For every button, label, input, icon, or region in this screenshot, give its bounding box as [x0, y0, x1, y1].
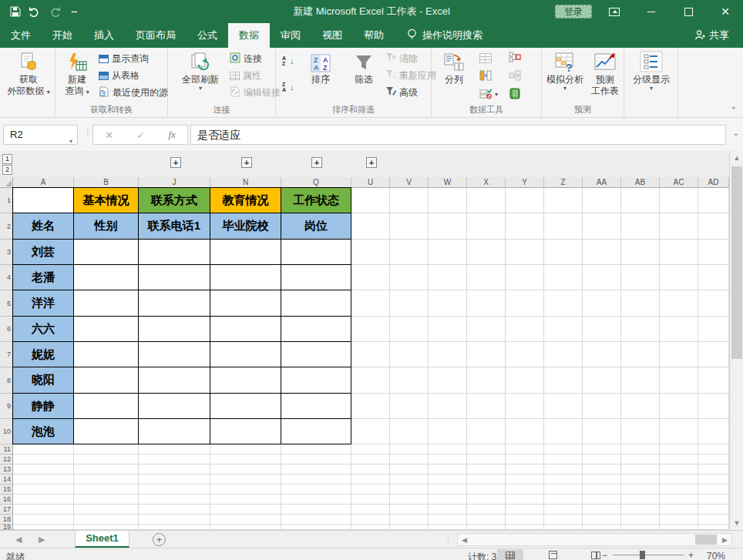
row-header-5[interactable]: 5 [0, 290, 13, 317]
name-box[interactable]: R2 ▾ [3, 125, 78, 145]
cell[interactable] [281, 239, 351, 265]
cell[interactable] [73, 418, 139, 444]
share-button[interactable]: 共享 [694, 23, 729, 48]
show-queries-button[interactable]: 显示查询 [99, 52, 149, 65]
manage-data-model-button[interactable] [509, 88, 521, 102]
cell[interactable]: 静静 [12, 393, 74, 419]
text-to-columns-button[interactable]: 分列 [436, 49, 472, 86]
insert-function-icon[interactable]: fx [168, 129, 175, 141]
expand-group-icon[interactable]: + [366, 157, 377, 168]
zoom-percentage[interactable]: 70% [707, 551, 725, 560]
cell[interactable] [210, 316, 281, 342]
sheet-nav-right-icon[interactable]: ▶ [39, 531, 45, 548]
tab-data[interactable]: 数据 [228, 23, 270, 48]
advanced-filter-button[interactable]: 高级 [385, 86, 418, 99]
cell[interactable] [73, 264, 139, 290]
cell[interactable]: 基本情况 [73, 187, 139, 213]
scroll-right-icon[interactable]: ▶ [718, 534, 731, 545]
row-header-6[interactable]: 6 [0, 317, 13, 342]
outline-button[interactable]: 分级显示 ▾ [630, 49, 673, 92]
row-header-13[interactable]: 13 [0, 464, 13, 474]
cell[interactable] [210, 393, 281, 419]
refresh-all-button[interactable]: 全部刷新 ▾ [179, 49, 222, 92]
normal-view-icon[interactable] [497, 549, 523, 560]
sheet-tab[interactable]: Sheet1 [75, 531, 129, 548]
cell[interactable]: 联系方式 [138, 187, 210, 213]
column-header-N[interactable]: N [210, 177, 281, 188]
scroll-up-icon[interactable]: ▲ [730, 151, 743, 165]
from-table-button[interactable]: 从表格 [99, 69, 140, 82]
row-header-1[interactable]: 1 [0, 188, 13, 213]
row-header-15[interactable]: 15 [0, 485, 13, 495]
row-header-9[interactable]: 9 [0, 394, 13, 419]
sort-ascending-button[interactable]: AZ↓ [282, 54, 294, 68]
tab-page-layout[interactable]: 页面布局 [125, 23, 187, 48]
zoom-slider-thumb[interactable] [640, 551, 645, 559]
horizontal-scrollbar[interactable]: ◀ ▶ [457, 533, 732, 546]
row-header-19[interactable]: 19 [0, 525, 13, 530]
tab-view[interactable]: 视图 [311, 23, 353, 48]
outline-level-2-button[interactable]: 2 [2, 165, 12, 175]
cell[interactable]: 刘芸 [12, 239, 74, 265]
vertical-scrollbar[interactable]: ▲ ▼ [729, 151, 743, 530]
cell[interactable]: 教育情况 [210, 187, 281, 213]
cell[interactable] [281, 290, 351, 317]
cell[interactable] [73, 367, 139, 394]
ribbon-display-options-icon[interactable] [597, 0, 632, 23]
cell[interactable]: 毕业院校 [210, 213, 281, 240]
cell[interactable] [138, 264, 210, 290]
cell[interactable] [73, 393, 139, 419]
recent-sources-button[interactable]: 最近使用的源 [99, 86, 168, 99]
cell[interactable]: 老潘 [12, 264, 74, 290]
column-header-A[interactable]: A [13, 177, 74, 188]
cell[interactable] [73, 290, 139, 317]
what-if-analysis-button[interactable]: ? 模拟分析 ▾ [543, 49, 587, 92]
cell[interactable] [210, 367, 281, 394]
column-header-AC[interactable]: AC [660, 177, 698, 188]
cancel-icon[interactable]: ✕ [105, 129, 113, 141]
row-header-3[interactable]: 3 [0, 240, 13, 265]
zoom-slider[interactable] [613, 555, 684, 555]
row-header-10[interactable]: 10 [0, 419, 13, 444]
expand-group-icon[interactable]: + [241, 157, 252, 168]
tab-insert[interactable]: 插入 [83, 23, 125, 48]
row-header-17[interactable]: 17 [0, 505, 13, 515]
row-header-11[interactable]: 11 [0, 444, 13, 454]
column-header-Q[interactable]: Q [281, 177, 351, 188]
vertical-scroll-thumb[interactable] [731, 166, 742, 359]
cell[interactable] [73, 316, 139, 342]
formula-input[interactable]: 是否适应 [190, 125, 726, 145]
close-icon[interactable]: ✕ [708, 0, 743, 23]
data-validation-button[interactable]: ▾ [479, 88, 498, 102]
zoom-in-icon[interactable]: + [688, 550, 694, 560]
cell[interactable] [281, 418, 351, 444]
cell[interactable] [138, 316, 210, 342]
horizontal-scroll-thumb[interactable] [695, 535, 717, 545]
cell[interactable] [281, 264, 351, 290]
column-header-B[interactable]: B [74, 177, 139, 188]
column-header-X[interactable]: X [467, 177, 506, 188]
expand-group-icon[interactable]: + [311, 157, 322, 168]
tab-help[interactable]: 帮助 [353, 23, 395, 48]
cell[interactable]: 六六 [12, 316, 74, 342]
cell[interactable] [138, 239, 210, 265]
cell[interactable]: 性别 [73, 213, 139, 240]
filter-button[interactable]: 筛选 [345, 49, 382, 86]
row-header-2[interactable]: 2 [0, 213, 13, 240]
cell[interactable] [73, 239, 139, 265]
column-header-V[interactable]: V [390, 177, 429, 188]
sort-button[interactable]: ZAAZ 排序 [302, 49, 339, 86]
column-header-AD[interactable]: AD [698, 177, 729, 188]
row-header-14[interactable]: 14 [0, 474, 13, 485]
page-layout-view-icon[interactable] [540, 549, 566, 560]
cell[interactable] [138, 290, 210, 317]
column-header-AB[interactable]: AB [621, 177, 660, 188]
new-query-button[interactable]: 新建 查询 ▾ [60, 49, 94, 97]
column-header-AA[interactable]: AA [583, 177, 621, 188]
row-header-4[interactable]: 4 [0, 265, 13, 290]
tell-me-search[interactable]: 操作说明搜索 [407, 23, 482, 48]
collapse-ribbon-icon[interactable]: ⌃ [731, 106, 737, 114]
column-header-J[interactable]: J [139, 177, 210, 188]
cell[interactable]: 工作状态 [281, 187, 351, 213]
maximize-icon[interactable] [671, 0, 706, 23]
